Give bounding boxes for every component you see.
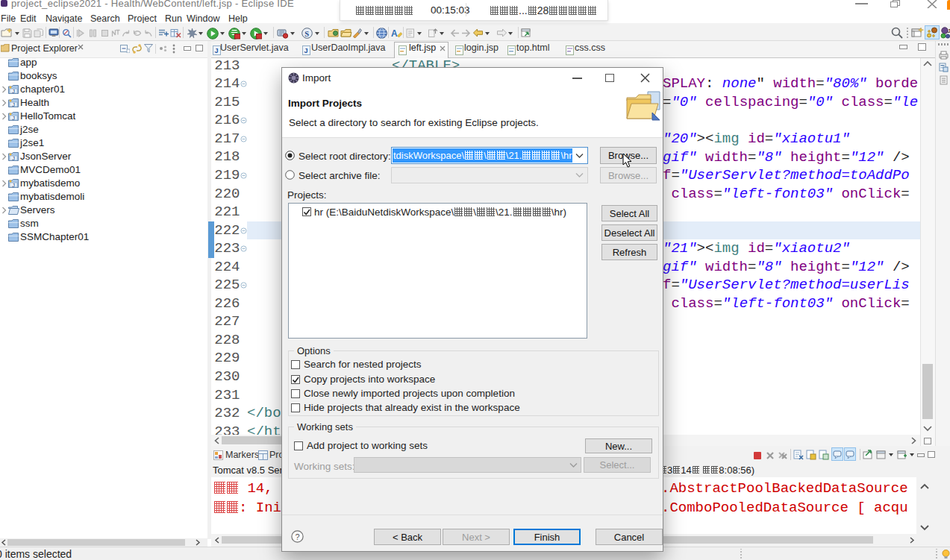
svg-text:S: S: [304, 30, 309, 38]
svg-text:J: J: [12, 88, 15, 95]
svg-text:J: J: [948, 28, 950, 34]
svg-text:J: J: [12, 101, 15, 108]
svg-text:?: ?: [296, 532, 300, 541]
svg-text:A: A: [391, 28, 398, 39]
svg-text:J: J: [215, 47, 219, 54]
svg-text:J: J: [304, 47, 308, 54]
svg-text:J: J: [12, 155, 15, 162]
svg-text:J: J: [12, 115, 15, 122]
svg-text:J: J: [12, 182, 15, 189]
